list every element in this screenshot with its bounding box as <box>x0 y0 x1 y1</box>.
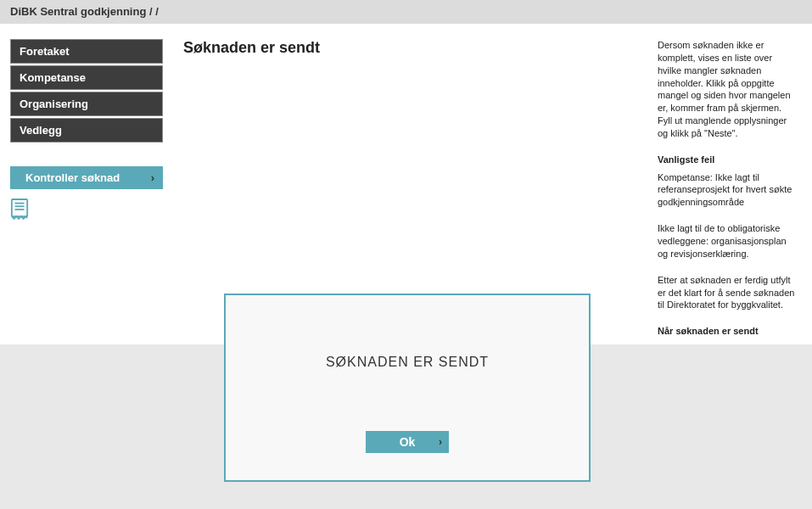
sidebar-item-label: Organisering <box>20 98 88 110</box>
ok-button-label: Ok <box>400 435 416 449</box>
receipt-icon[interactable] <box>10 198 29 220</box>
control-application-label: Kontroller søknad <box>19 171 120 184</box>
confirmation-modal: SØKNADEN ER SENDT Ok › <box>224 294 591 482</box>
sidebar-item-vedlegg[interactable]: Vedlegg <box>10 118 163 143</box>
help-text: Kompetanse: Ikke lagt til referanseprosj… <box>658 171 798 210</box>
help-text: Ikke lagt til de to obligatoriske vedleg… <box>658 222 798 260</box>
sidebar-item-label: Foretaket <box>20 45 70 58</box>
sidebar-item-label: Vedlegg <box>20 124 62 137</box>
sidebar-item-label: Kompetanse <box>20 71 86 84</box>
sidebar-item-organisering[interactable]: Organisering <box>10 92 163 116</box>
sidebar: Foretaket Kompetanse Organisering Vedleg… <box>10 39 163 394</box>
ok-button[interactable]: Ok › <box>366 431 449 453</box>
app-header: DiBK Sentral godkjenning / / <box>0 0 812 24</box>
page-title: Søknaden er sendt <box>183 39 637 57</box>
help-heading: Når søknaden er sendt <box>658 325 798 338</box>
sidebar-item-kompetanse[interactable]: Kompetanse <box>10 65 163 90</box>
help-panel: Dersom søknaden ikke er komplett, vises … <box>658 39 802 394</box>
chevron-right-icon: › <box>439 436 442 448</box>
help-heading: Vanligste feil <box>658 154 798 166</box>
help-text: Etter at søknaden er ferdig utfylt er de… <box>658 274 798 312</box>
sidebar-item-foretaket[interactable]: Foretaket <box>10 39 163 64</box>
svg-rect-0 <box>12 199 27 216</box>
modal-title: SØKNADEN ER SENDT <box>326 355 489 370</box>
chevron-right-icon: › <box>144 171 154 184</box>
app-title: DiBK Sentral godkjenning / / <box>10 5 159 18</box>
control-application-button[interactable]: Kontroller søknad › <box>10 166 163 189</box>
help-text: Dersom søknaden ikke er komplett, vises … <box>658 39 798 140</box>
